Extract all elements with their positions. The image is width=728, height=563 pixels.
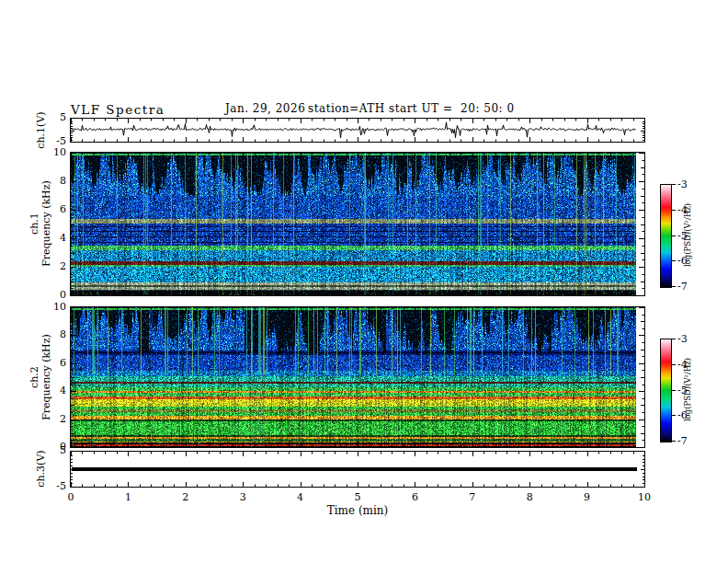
freq-tick-label-ch2: 10 — [44, 302, 66, 312]
freq-tick-label-ch1: 0 — [44, 290, 66, 300]
x-tick-label: 7 — [461, 492, 483, 502]
x-tick-label: 1 — [117, 492, 139, 502]
freq-tick-label-ch1: 10 — [44, 147, 66, 157]
colorbar-tick-ch1 — [671, 260, 676, 261]
x-axis-label: Time (min) — [302, 504, 413, 517]
x-tick-label: 0 — [60, 492, 82, 502]
colorbar-tick-label-ch1: -7 — [677, 282, 688, 292]
figure-title: VLF Spectra — [71, 102, 165, 116]
colorbar-tick-label-ch2: -6 — [677, 410, 688, 420]
figure-station: station=ATH — [308, 102, 385, 116]
colorbar-tick-label-ch1: -6 — [677, 256, 688, 266]
colorbar-tick-ch2 — [671, 339, 676, 339]
colorbar-tick-ch1 — [671, 184, 676, 185]
ch2-spectrogram-canvas — [71, 307, 644, 447]
panel-ch2-spectrogram — [70, 306, 645, 448]
x-tick-label: 5 — [347, 492, 369, 502]
x-tick-label: 8 — [518, 492, 540, 502]
volt-tick-label-ch1: 5 — [44, 112, 66, 122]
colorbar-tick-label-ch2: -5 — [677, 385, 688, 396]
vlf-spectra-figure: VLF Spectra Jan. 29, 2026 station=ATH st… — [0, 0, 728, 563]
volt-tick-label-ch1: -5 — [44, 136, 66, 146]
colorbar-tick-label-ch1: -4 — [677, 205, 688, 215]
x-tick-label: 9 — [576, 492, 598, 502]
colorbar-tick-ch2 — [671, 390, 676, 391]
volt-tick-label-ch3: -5 — [44, 481, 66, 491]
colorbar-tick-ch1 — [671, 286, 676, 287]
colorbar-tick-ch1 — [671, 236, 676, 236]
ylabel-ch1-text: ch.1 — [28, 155, 40, 293]
colorbar-tick-ch2 — [671, 415, 676, 416]
colorbar-tick-ch2 — [671, 364, 676, 365]
x-tick-label: 4 — [290, 492, 312, 502]
freq-tick-label-ch2: 8 — [44, 329, 66, 339]
freq-tick-label-ch2: 6 — [44, 358, 66, 368]
freq-tick-label-ch1: 6 — [44, 204, 66, 214]
freq-tick-label-ch1: 8 — [44, 176, 66, 186]
ch3-waveform-canvas — [71, 452, 644, 487]
colorbar-tick-label-ch2: -7 — [677, 436, 688, 446]
figure-date: Jan. 29, 2026 — [225, 102, 305, 116]
ch1-spectrogram-canvas — [71, 153, 644, 295]
colorbar-tick-label-ch1: -5 — [677, 231, 688, 241]
freq-tick-label-ch2: 2 — [44, 414, 66, 424]
colorbar-tick-ch2 — [671, 441, 676, 442]
freq-tick-label-ch2: 4 — [44, 385, 66, 396]
colorbar-tick-label-ch2: -3 — [677, 334, 688, 344]
ch1-waveform-canvas — [71, 119, 644, 142]
panel-ch3-waveform — [70, 451, 645, 488]
figure-start-ut: start UT = 20: 50: 0 — [389, 102, 515, 116]
x-tick-label: 3 — [232, 492, 254, 502]
colorbar-tick-ch1 — [671, 210, 676, 211]
colorbar-tick-label-ch1: -3 — [677, 179, 688, 190]
volt-tick-label-ch3: 5 — [44, 445, 66, 455]
freq-tick-label-ch1: 4 — [44, 233, 66, 243]
freq-tick-label-ch1: 2 — [44, 261, 66, 271]
x-tick-label: 10 — [633, 492, 655, 502]
x-tick-label: 6 — [404, 492, 426, 502]
panel-ch1-waveform — [70, 118, 645, 143]
panel-ch1-spectrogram — [70, 152, 645, 296]
x-tick-label: 2 — [175, 492, 197, 502]
colorbar-tick-label-ch2: -4 — [677, 360, 688, 370]
